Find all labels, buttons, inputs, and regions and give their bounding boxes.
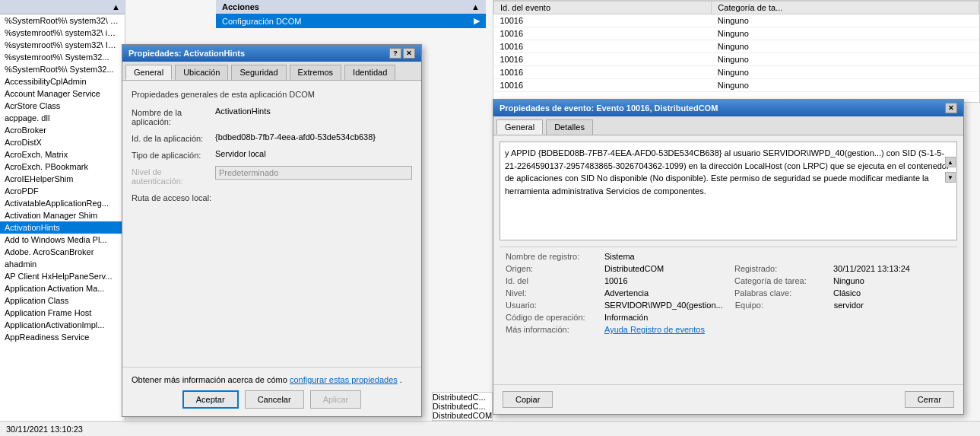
dialog1-help-btn[interactable]: ? <box>389 48 401 59</box>
form-row-id: Id. de la aplicación: {bdbed08b-7fb7-4ee… <box>132 132 412 143</box>
event-detail-row: Nombre de registro:Sistema <box>500 250 957 263</box>
event-detail-value: DistributedCOM <box>604 264 722 273</box>
event-text-area: y APPID {BDBED08B-7FB7-4EEA-AFD0-53DE534… <box>500 142 957 240</box>
left-list-item[interactable]: acppage. dll <box>0 112 125 124</box>
left-list-item[interactable]: AcroExch. PBookmark <box>0 161 125 173</box>
btn-cancelar[interactable]: Cancelar <box>245 390 304 409</box>
left-list-item[interactable]: %SystemRoot%\ system32\ appwiz.cpl <box>0 14 125 27</box>
col-categoria: Categoría de ta... <box>712 2 979 14</box>
nivel-select[interactable]: Predeterminado <box>215 166 412 180</box>
event-detail-row: Categoría de tarea:Ninguno <box>728 275 957 287</box>
table-row[interactable]: 10016Ninguno <box>494 66 979 79</box>
bottom-list-item[interactable]: DistributedCOM <box>433 411 492 420</box>
dialog1-content: Propiedades generales de esta aplicación… <box>122 81 421 218</box>
left-list-item[interactable]: Application Frame Host <box>0 307 125 319</box>
cell-id-evento: 10016 <box>494 66 712 79</box>
form-label-id: Id. de la aplicación: <box>132 132 215 143</box>
left-list-item[interactable]: Add to Windows Media Pl... <box>0 234 125 246</box>
dialog1-close-btn[interactable]: ✕ <box>403 48 415 59</box>
left-list-item[interactable]: %systemroot%\ system32\ Indust... <box>0 39 125 51</box>
cell-id-evento: 10016 <box>494 14 712 27</box>
event-detail-value: SERVIDOR\IWPD_40(gestion... <box>604 301 723 310</box>
form-value-nombre: ActivationHints <box>215 107 412 116</box>
left-list-item[interactable]: ahadmin <box>0 258 125 270</box>
scroll-down-btn[interactable]: ▼ <box>945 172 956 183</box>
left-list-item[interactable]: ApplicationActivationImpl... <box>0 319 125 331</box>
dialog1-tab-general[interactable]: General <box>125 65 172 80</box>
dialog1-footer: Obtener más información acerca de cómo c… <box>122 367 421 416</box>
left-list-item[interactable]: AcroExch. Matrix <box>0 148 125 161</box>
btn-aceptar[interactable]: Aceptar <box>182 390 239 409</box>
cell-categoria: Ninguno <box>712 66 979 79</box>
dialog2-close-btn[interactable]: ✕ <box>945 103 957 113</box>
event-detail-row: Nivel:Advertencia <box>500 287 728 299</box>
form-label-nivel: Nivel de autenticación: <box>132 166 215 186</box>
left-list-item[interactable]: AcrStore Class <box>0 100 125 112</box>
cell-id-evento: 10016 <box>494 27 712 40</box>
bottom-list-item[interactable]: DistributedC... <box>433 393 492 402</box>
status-bar: 30/11/2021 13:10:23 <box>0 421 980 436</box>
left-list-item[interactable]: Adobe. AcroScanBroker <box>0 246 125 258</box>
event-detail-label: Registrado: <box>734 264 833 273</box>
left-list-item[interactable]: AP Client HxHelpPaneServ... <box>0 270 125 282</box>
dialog2-tab-general[interactable]: General <box>496 119 543 135</box>
btn-aplicar[interactable]: Aplicar <box>310 390 362 409</box>
scroll-up-btn[interactable]: ▲ <box>945 157 956 167</box>
dialog1-title: Propiedades: ActivationHints <box>128 49 245 58</box>
dialog-activationhints: Propiedades: ActivationHints ? ✕ General… <box>122 44 422 417</box>
form-row-nivel: Nivel de autenticación: Predeterminado <box>132 166 412 186</box>
btn-copiar[interactable]: Copiar <box>503 391 553 408</box>
cell-categoria: Ninguno <box>712 79 979 92</box>
table-row[interactable]: 10016Ninguno <box>494 79 979 92</box>
config-dcom-item[interactable]: Configuración DCOM ▶ <box>216 14 486 28</box>
dialog1-footer-text: Obtener más información acerca de cómo c… <box>132 375 412 384</box>
left-list-item[interactable]: AcroPDF <box>0 185 125 197</box>
left-list-item[interactable]: Account Manager Service <box>0 88 125 100</box>
acciones-arrow: ▲ <box>471 2 480 11</box>
dialog1-tab-extremos[interactable]: Extremos <box>290 65 341 80</box>
form-row-ruta: Ruta de acceso local: <box>132 192 412 202</box>
dialog1-tab-ubicación[interactable]: Ubicación <box>175 65 228 80</box>
left-panel-arrow: ▲ <box>112 2 120 11</box>
event-detail-label: Categoría de tarea: <box>734 276 833 285</box>
event-detail-label: Usuario: <box>506 301 604 310</box>
left-list-item[interactable]: %systemroot%\ System32... <box>0 51 125 63</box>
event-detail-label: Origen: <box>506 264 604 273</box>
left-list-item[interactable]: AccessibilityCplAdmin <box>0 75 125 88</box>
table-row[interactable]: 10016Ninguno <box>494 53 979 66</box>
status-datetime: 30/11/2021 13:10:23 <box>6 425 83 434</box>
left-list-item[interactable]: Application Class <box>0 294 125 307</box>
left-list-item[interactable]: ActivationHints <box>0 221 125 234</box>
dialog1-tab-identidad[interactable]: Identidad <box>344 65 395 80</box>
event-detail-value: Sistema <box>604 252 951 261</box>
table-row[interactable]: 10016Ninguno <box>494 27 979 40</box>
left-list-item[interactable]: AppReadiness Service <box>0 331 125 343</box>
dialog1-titlebar: Propiedades: ActivationHints ? ✕ <box>122 45 421 62</box>
left-list-item[interactable]: AcroDistX <box>0 136 125 148</box>
dialog2-tab-detalles[interactable]: Detalles <box>546 119 593 135</box>
right-panel: Id. del evento Categoría de ta... 10016N… <box>493 0 980 103</box>
dialog1-footer-buttons: Aceptar Cancelar Aplicar <box>132 390 412 409</box>
bottom-list-item[interactable]: DistributedC... <box>433 402 492 411</box>
dialog1-tab-seguridad[interactable]: Seguridad <box>231 65 286 80</box>
footer-dot: . <box>400 375 402 384</box>
col-id-evento: Id. del evento <box>494 2 712 14</box>
left-list-item[interactable]: ActivatableApplicationReg... <box>0 197 125 209</box>
table-row[interactable]: 10016Ninguno <box>494 40 979 53</box>
left-list-item[interactable]: AcroBroker <box>0 124 125 136</box>
form-row-tipo: Tipo de aplicación: Servidor local <box>132 149 412 160</box>
event-detail-row: Id. del10016 <box>500 275 728 287</box>
form-value-tipo: Servidor local <box>215 149 412 158</box>
left-list-item[interactable]: %systemroot%\ system32\ intl. cpl <box>0 27 125 39</box>
footer-link[interactable]: configurar estas propiedades <box>290 375 398 384</box>
event-detail-value[interactable]: Ayuda Registro de eventos <box>604 325 951 334</box>
left-list-item[interactable]: %SystemRoot%\ System32... <box>0 63 125 75</box>
table-row[interactable]: 10016Ninguno <box>494 14 979 27</box>
left-list-item[interactable]: AcroIEHelperShim <box>0 173 125 185</box>
acciones-panel: Acciones ▲ Configuración DCOM ▶ <box>216 0 486 28</box>
left-list-item[interactable]: Application Activation Ma... <box>0 282 125 294</box>
left-list-item[interactable]: Activation Manager Shim <box>0 209 125 221</box>
acciones-title: Acciones <box>222 2 259 11</box>
btn-cerrar[interactable]: Cerrar <box>905 391 954 408</box>
event-detail-value: Clásico <box>833 288 951 298</box>
